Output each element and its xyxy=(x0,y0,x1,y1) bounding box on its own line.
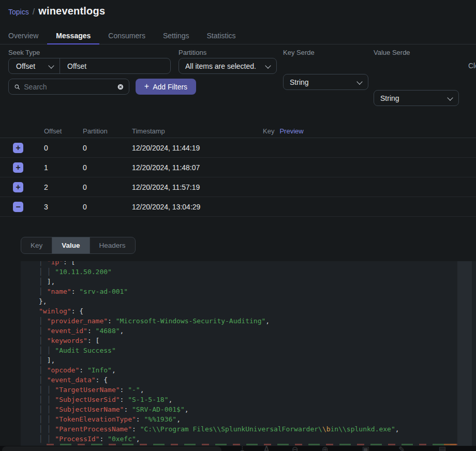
tab-overview[interactable]: Overview xyxy=(8,27,47,44)
offset-cell: 0 xyxy=(44,144,83,152)
seek-offset-input[interactable] xyxy=(60,58,170,73)
key-serde-label: Key Serde xyxy=(283,49,315,56)
timestamp-cell: 12/20/2024, 13:04:29 xyxy=(132,203,263,211)
bottom-edge-strip: ⇣A⊖⊕▣✎▤ xyxy=(0,446,476,451)
download-icon: ⇣ xyxy=(239,446,246,451)
seek-offset-field-wrap xyxy=(60,58,170,73)
message-detail-tabs: KeyValueHeaders xyxy=(21,237,136,254)
breadcrumb-topics-link[interactable]: Topics xyxy=(8,8,29,16)
key-column-header: Key xyxy=(263,127,274,135)
chevron-down-icon xyxy=(447,95,453,100)
value-serde-selected-value: String xyxy=(380,94,399,102)
tab-settings[interactable]: Settings xyxy=(154,27,198,44)
page-title: wineventlogs xyxy=(38,5,105,17)
add-filters-button[interactable]: + Add Filters xyxy=(136,79,196,95)
expand-message-button[interactable]: + xyxy=(13,143,23,153)
message-row: +2012/20/2024, 11:57:19 xyxy=(0,177,476,197)
kafka-ui-topic-messages-page: Topics/wineventlogs OverviewMessagesCons… xyxy=(0,0,476,451)
offset-cell: 1 xyxy=(44,163,83,172)
offset-cell: 3 xyxy=(44,203,83,211)
seek-type-label: Seek Type xyxy=(8,49,40,56)
topic-tabbar: OverviewMessagesConsumersSettingsStatist… xyxy=(0,27,476,44)
key-preview-link[interactable]: Preview xyxy=(279,127,303,135)
partition-cell: 0 xyxy=(83,144,132,152)
detail-tab-key[interactable]: Key xyxy=(21,237,52,253)
chevron-down-icon xyxy=(265,63,271,68)
clipped-code-line-highlight xyxy=(444,444,456,445)
offset-cell: 2 xyxy=(44,183,83,191)
plus-icon: + xyxy=(144,82,149,91)
partitions-select[interactable]: All items are selected. xyxy=(178,58,277,74)
collapse-message-button[interactable]: − xyxy=(13,202,23,212)
detail-tab-value[interactable]: Value xyxy=(52,237,90,253)
add-filters-label: Add Filters xyxy=(153,83,187,91)
zoom-out-icon: ⊖ xyxy=(292,446,299,451)
expand-message-button[interactable]: + xyxy=(13,182,23,192)
timestamp-cell: 12/20/2024, 11:44:19 xyxy=(132,144,263,152)
chevron-down-icon xyxy=(48,63,54,68)
partitions-selected-value: All items are selected. xyxy=(185,62,256,70)
tab-statistics[interactable]: Statistics xyxy=(198,27,244,44)
offset-column-header: Offset xyxy=(44,127,83,135)
breadcrumb-separator: / xyxy=(33,7,35,16)
key-serde-select[interactable]: String xyxy=(283,74,368,90)
value-serde-select[interactable]: String xyxy=(374,90,459,106)
seek-type-control: Offset xyxy=(8,58,171,74)
partition-cell: 0 xyxy=(83,183,132,191)
seek-type-select[interactable]: Offset xyxy=(9,58,60,73)
message-row: −3012/20/2024, 13:04:29 xyxy=(0,197,476,217)
clear-all-link[interactable]: Clear All xyxy=(468,62,476,70)
partition-cell: 0 xyxy=(83,163,132,172)
seek-type-selected-value: Offset xyxy=(16,62,35,70)
timestamp-cell: 12/20/2024, 11:48:07 xyxy=(132,163,263,172)
search-icon xyxy=(14,83,20,91)
message-row: +1012/20/2024, 11:48:07 xyxy=(0,158,476,177)
text-tool-icon: A xyxy=(264,446,269,451)
tab-messages[interactable]: Messages xyxy=(47,27,99,44)
timestamp-column-header: Timestamp xyxy=(132,127,263,135)
tab-consumers[interactable]: Consumers xyxy=(99,27,154,44)
search-box xyxy=(8,79,129,95)
partition-column-header: Partition xyxy=(83,127,132,135)
partitions-label: Partitions xyxy=(178,49,206,56)
clipped-code-line xyxy=(47,444,460,445)
clipboard-icon: ▤ xyxy=(439,446,446,451)
messages-table-header: Offset Partition Timestamp Key Preview xyxy=(0,124,476,138)
clear-search-icon[interactable] xyxy=(117,83,124,91)
search-input[interactable] xyxy=(24,83,117,91)
value-serde-label: Value Serde xyxy=(374,49,410,56)
pen-icon: ✎ xyxy=(398,446,405,451)
code-vertical-scrollbar[interactable] xyxy=(457,261,472,446)
json-code-block: │ "ip": [ │ │ "10.11.50.200" │ ], │ "nam… xyxy=(21,261,476,444)
detail-tab-headers[interactable]: Headers xyxy=(90,237,135,253)
message-value-viewer: │ "ip": [ │ │ "10.11.50.200" │ ], │ "nam… xyxy=(21,261,476,446)
expand-message-button[interactable]: + xyxy=(13,162,23,173)
chevron-down-icon xyxy=(356,79,362,84)
timestamp-cell: 12/20/2024, 11:57:19 xyxy=(132,183,263,191)
messages-table-body: +0012/20/2024, 11:44:19+1012/20/2024, 11… xyxy=(0,138,476,217)
zoom-in-icon: ⊕ xyxy=(322,446,329,451)
message-row: +0012/20/2024, 11:44:19 xyxy=(0,138,476,158)
key-serde-selected-value: String xyxy=(290,78,309,86)
image-icon: ▣ xyxy=(362,446,369,451)
breadcrumb: Topics/wineventlogs xyxy=(8,4,105,18)
clipped-dock-icons: ⇣A⊖⊕▣✎▤ xyxy=(0,446,476,451)
partition-cell: 0 xyxy=(83,203,132,211)
